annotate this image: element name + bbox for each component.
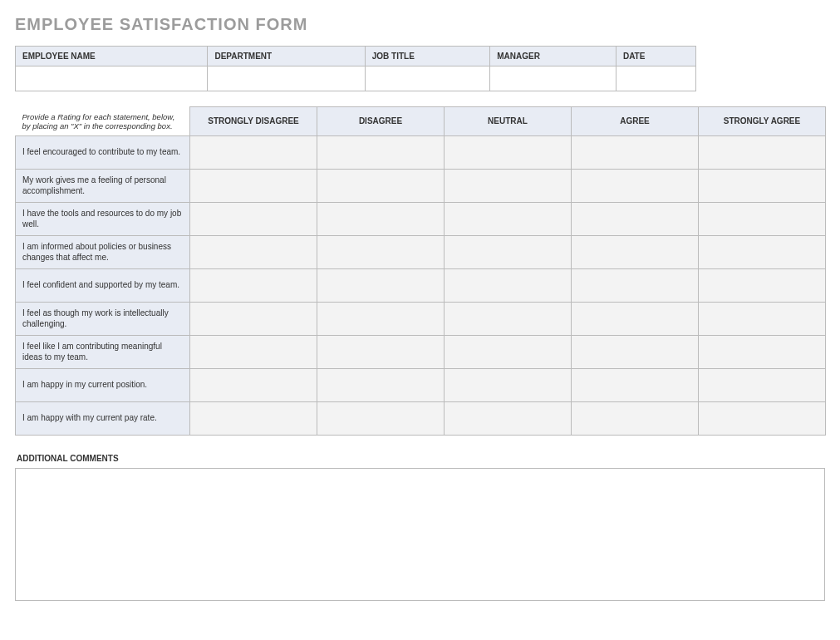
rating-cell-4-3[interactable] (572, 268, 699, 302)
rating-cell-0-2[interactable] (445, 135, 572, 169)
rating-cell-1-4[interactable] (699, 169, 826, 202)
statement-6: I feel like I am contributing meaningful… (16, 335, 190, 368)
statement-1: My work gives me a feeling of personal a… (16, 169, 190, 202)
rating-cell-0-0[interactable] (190, 135, 317, 169)
form-title: EMPLOYEE SATISFACTION FORM (15, 15, 825, 34)
col-strongly-disagree: STRONGLY DISAGREE (190, 107, 317, 136)
rating-cell-6-3[interactable] (572, 335, 699, 368)
rating-cell-7-2[interactable] (445, 368, 572, 401)
rating-cell-0-1[interactable] (317, 135, 445, 169)
rating-cell-5-2[interactable] (445, 302, 572, 335)
info-field-date[interactable] (616, 66, 695, 91)
col-disagree: DISAGREE (317, 107, 445, 136)
rating-cell-0-3[interactable] (572, 135, 699, 169)
info-field-manager[interactable] (490, 66, 616, 91)
rating-cell-6-0[interactable] (190, 335, 317, 368)
rating-cell-3-3[interactable] (572, 235, 699, 268)
rating-cell-8-2[interactable] (445, 401, 572, 435)
rating-cell-6-2[interactable] (445, 335, 572, 368)
rating-cell-8-4[interactable] (699, 401, 826, 435)
rating-cell-3-2[interactable] (445, 235, 572, 268)
rating-cell-6-4[interactable] (699, 335, 826, 368)
rating-cell-5-1[interactable] (317, 302, 445, 335)
info-field-department[interactable] (208, 66, 365, 91)
info-header-date: DATE (616, 47, 695, 66)
rating-cell-2-0[interactable] (190, 202, 317, 235)
rating-cell-5-0[interactable] (190, 302, 317, 335)
statement-5: I feel as though my work is intellectual… (16, 302, 190, 335)
col-strongly-agree: STRONGLY AGREE (699, 107, 826, 136)
statement-8: I am happy with my current pay rate. (16, 401, 190, 435)
rating-matrix: Provide a Rating for each statement, bel… (15, 106, 826, 436)
rating-cell-3-0[interactable] (190, 235, 317, 268)
rating-cell-8-0[interactable] (190, 401, 317, 435)
rating-cell-2-4[interactable] (699, 202, 826, 235)
rating-cell-1-3[interactable] (572, 169, 699, 202)
rating-cell-7-0[interactable] (190, 368, 317, 401)
info-header-jobtitle: JOB TITLE (365, 47, 489, 66)
rating-cell-8-1[interactable] (317, 401, 445, 435)
rating-cell-1-1[interactable] (317, 169, 445, 202)
comments-input[interactable] (15, 468, 825, 601)
rating-cell-7-3[interactable] (572, 368, 699, 401)
rating-cell-2-3[interactable] (572, 202, 699, 235)
statement-3: I am informed about policies or business… (16, 235, 190, 268)
rating-cell-7-1[interactable] (317, 368, 445, 401)
rating-cell-4-2[interactable] (445, 268, 572, 302)
rating-cell-2-1[interactable] (317, 202, 445, 235)
rating-cell-8-3[interactable] (572, 401, 699, 435)
comments-label: ADDITIONAL COMMENTS (17, 454, 825, 463)
rating-cell-5-4[interactable] (699, 302, 826, 335)
info-header-department: DEPARTMENT (208, 47, 365, 66)
rating-cell-4-1[interactable] (317, 268, 445, 302)
employee-info-table: EMPLOYEE NAME DEPARTMENT JOB TITLE MANAG… (15, 46, 696, 91)
info-header-manager: MANAGER (490, 47, 616, 66)
rating-cell-3-4[interactable] (699, 235, 826, 268)
rating-cell-2-2[interactable] (445, 202, 572, 235)
rating-cell-4-0[interactable] (190, 268, 317, 302)
instructions-cell: Provide a Rating for each statement, bel… (16, 107, 190, 136)
statement-0: I feel encouraged to contribute to my te… (16, 135, 190, 169)
info-field-jobtitle[interactable] (365, 66, 489, 91)
info-header-name: EMPLOYEE NAME (16, 47, 208, 66)
info-field-name[interactable] (16, 66, 208, 91)
rating-cell-4-4[interactable] (699, 268, 826, 302)
rating-cell-3-1[interactable] (317, 235, 445, 268)
rating-cell-1-2[interactable] (445, 169, 572, 202)
rating-cell-6-1[interactable] (317, 335, 445, 368)
rating-cell-7-4[interactable] (699, 368, 826, 401)
rating-cell-5-3[interactable] (572, 302, 699, 335)
rating-cell-1-0[interactable] (190, 169, 317, 202)
statement-7: I am happy in my current position. (16, 368, 190, 401)
rating-cell-0-4[interactable] (699, 135, 826, 169)
col-neutral: NEUTRAL (445, 107, 572, 136)
statement-2: I have the tools and resources to do my … (16, 202, 190, 235)
col-agree: AGREE (572, 107, 699, 136)
statement-4: I feel confident and supported by my tea… (16, 268, 190, 302)
